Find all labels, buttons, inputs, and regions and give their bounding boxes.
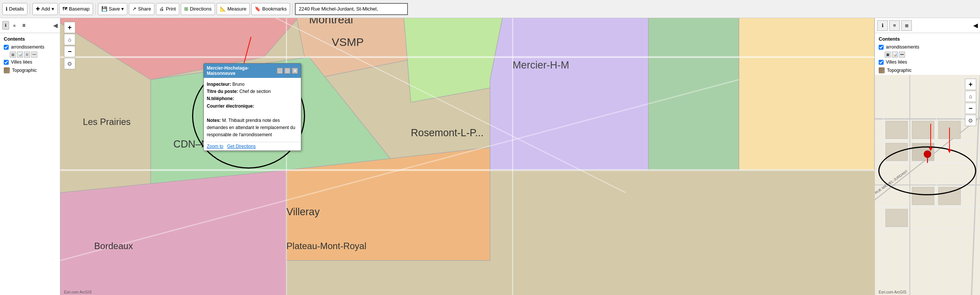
right-zoom-out-btn[interactable]: − [965, 103, 976, 114]
info-icon: ℹ [6, 6, 8, 12]
contents-title: Contents [0, 33, 60, 43]
print-icon: 🖨 [159, 6, 164, 12]
panel-collapse-btn[interactable]: ◀ [53, 22, 57, 29]
popup-header-btns: _ □ ✕ [277, 68, 298, 74]
svg-rect-53 [886, 143, 908, 161]
svg-rect-51 [886, 121, 908, 139]
divider-1 [30, 3, 30, 15]
map-controls: + ⌂ − ⊙ [64, 22, 75, 69]
svg-rect-57 [939, 187, 961, 205]
field-titre-label: Titre du poste: [207, 89, 238, 94]
notes-label: Notes: [207, 118, 221, 123]
search-input[interactable] [295, 3, 408, 15]
right-layer-villes-liees-checkbox[interactable] [879, 60, 884, 65]
svg-text:Rosemont-L-P...: Rosemont-L-P... [411, 127, 484, 138]
right-tab-layers[interactable]: ≡ [889, 20, 900, 31]
zoom-to-link[interactable]: Zoom to [207, 144, 223, 149]
locate-btn[interactable]: ⊙ [64, 58, 75, 69]
svg-rect-58 [886, 209, 908, 227]
right-tab-info[interactable]: ℹ [877, 20, 888, 31]
table-icon[interactable]: ▦ [10, 52, 16, 57]
popup-minimize-btn[interactable]: _ [277, 68, 283, 74]
more-icon[interactable]: ••• [31, 52, 37, 57]
right-esri-attribution: Esri.com ArcGIS [879, 290, 906, 294]
red-arrow-down-2 [930, 124, 931, 148]
directions-label: Directions [190, 6, 212, 12]
popup-mercier: Mercier-Hochelaga-Maisonneuve _ □ ✕ Insp… [204, 63, 301, 151]
chart-icon[interactable]: 📊 [17, 52, 23, 57]
right-topographic-item: Topographic [875, 66, 980, 75]
right-panel: ℹ ≡ ≣ ◀ Contents arrondissements ▦ 📊 •••… [875, 18, 980, 295]
divider-3 [292, 3, 293, 15]
tab-layers[interactable]: ≣ [19, 21, 28, 30]
svg-text:Villeray: Villeray [286, 206, 320, 217]
right-map-svg: RUE MICHEL-JURDANT [875, 75, 980, 295]
layer-villes-liees-checkbox[interactable] [4, 60, 9, 65]
svg-marker-17 [739, 18, 875, 170]
right-layer-villes-liees-label: Villes liées [886, 59, 907, 65]
right-topographic-label: Topographic [887, 68, 912, 73]
popup-close-btn[interactable]: ✕ [292, 68, 298, 74]
right-table-icon[interactable]: ▦ [885, 52, 891, 57]
right-tab-list[interactable]: ≣ [901, 20, 912, 31]
print-label: Print [166, 6, 176, 12]
print-button[interactable]: 🖨 Print [156, 3, 179, 15]
layer-arrondissements[interactable]: arrondissements [0, 43, 60, 51]
details-button[interactable]: ℹ Details [2, 3, 27, 15]
layer-villes-liees[interactable]: Villes liées [0, 58, 60, 66]
home-btn[interactable]: ⌂ [64, 34, 75, 45]
right-locate-btn[interactable]: ⊙ [965, 115, 976, 126]
directions-button[interactable]: ⊞ Directions [181, 3, 215, 15]
right-layer-arrondissements[interactable]: arrondissements [875, 43, 980, 51]
toolbar: ℹ Details ✚ Add ▾ 🗺 Basemap 💾 Save ▾ ↗ S… [0, 0, 980, 18]
popup-footer: Zoom to Get Directions [204, 142, 301, 151]
zoom-in-btn[interactable]: + [64, 22, 75, 33]
right-layer-arrondissements-icons: ▦ 📊 ••• [875, 51, 980, 58]
right-panel-collapse[interactable]: ◀ [973, 22, 978, 29]
svg-text:Bordeaux: Bordeaux [94, 241, 133, 251]
add-button[interactable]: ✚ Add ▾ [32, 3, 57, 15]
right-more-icon[interactable]: ••• [899, 52, 905, 57]
right-zoom-in-btn[interactable]: + [965, 79, 976, 90]
save-button[interactable]: 💾 Save ▾ [98, 3, 128, 15]
right-contents-title: Contents [875, 33, 980, 43]
directions-icon: ⊞ [184, 6, 188, 12]
svg-marker-18 [648, 18, 738, 170]
topographic-label: Topographic [12, 68, 37, 73]
layer-arrondissements-checkbox[interactable] [4, 45, 9, 50]
share-button[interactable]: ↗ Share [129, 3, 154, 15]
right-map-view[interactable]: RUE MICHEL-JURDANT + ⌂ − ⊙ I would like … [875, 75, 980, 295]
bookmarks-button[interactable]: 🔖 Bookmarks [251, 3, 290, 15]
tab-list[interactable]: ≡ [11, 21, 18, 30]
bookmarks-label: Bookmarks [262, 6, 286, 12]
right-chart-icon[interactable]: 📊 [892, 52, 898, 57]
field-inspecteur-label: Inspecteur: [207, 82, 231, 87]
svg-rect-56 [912, 187, 934, 205]
share-icon: ↗ [132, 6, 136, 12]
right-layer-arrondissements-checkbox[interactable] [879, 45, 884, 50]
svg-text:Plateau-Mont-Royal: Plateau-Mont-Royal [286, 241, 366, 251]
save-label: Save [109, 6, 120, 12]
svg-text:VSMP: VSMP [332, 36, 364, 48]
svg-text:Montréal: Montréal [309, 18, 353, 25]
filter-icon[interactable]: ⊞ [24, 52, 30, 57]
popup-maximize-btn[interactable]: □ [284, 68, 290, 74]
share-label: Share [138, 6, 151, 12]
basemap-button[interactable]: 🗺 Basemap [59, 3, 93, 15]
field-inspecteur: Inspecteur: Bruno [207, 81, 298, 88]
topographic-item: Topographic [0, 66, 60, 75]
layer-villes-liees-label: Villes liées [11, 59, 32, 65]
topographic-icon [4, 67, 10, 73]
field-telephone-label: N.téléphone: [207, 96, 234, 101]
field-notes: Notes: M. Thibault prendra note des dema… [207, 117, 298, 139]
tab-details[interactable]: ℹ [2, 21, 9, 30]
left-panel: ℹ ≡ ≣ ◀ Contents arrondissements ▦ 📊 ⊞ •… [0, 18, 60, 295]
get-directions-link[interactable]: Get Directions [227, 144, 256, 149]
map-area[interactable]: Ahuntsic-Cartierville Saint-Léonard Merc… [60, 18, 875, 295]
map-svg: Ahuntsic-Cartierville Saint-Léonard Merc… [60, 18, 875, 295]
right-home-btn[interactable]: ⌂ [965, 91, 976, 102]
right-layer-villes-liees[interactable]: Villes liées [875, 58, 980, 66]
measure-button[interactable]: 📐 Measure [216, 3, 250, 15]
zoom-out-btn[interactable]: − [64, 46, 75, 57]
save-icon: 💾 [101, 6, 107, 12]
